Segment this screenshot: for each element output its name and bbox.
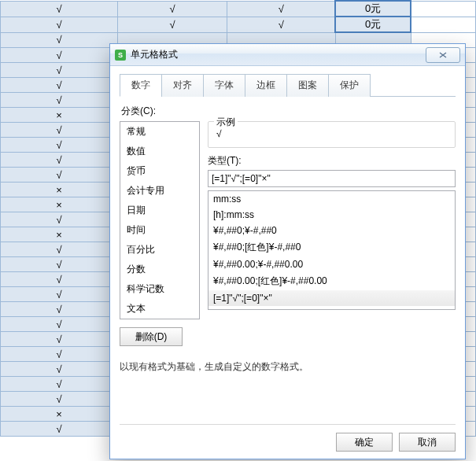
cell[interactable]: √ <box>1 1 118 17</box>
category-item[interactable]: 文本 <box>120 299 199 319</box>
ok-button[interactable]: 确定 <box>336 433 393 452</box>
cell[interactable]: √ <box>1 78 118 93</box>
cell[interactable] <box>411 17 475 32</box>
format-list[interactable]: mm:ss[h]:mm:ss¥#,##0;¥-#,##0¥#,##0;[红色]¥… <box>208 190 456 310</box>
tab-保护[interactable]: 保护 <box>328 74 371 97</box>
format-item[interactable]: [h]:mm:ss <box>208 207 455 223</box>
tab-边框[interactable]: 边框 <box>245 74 287 97</box>
cell[interactable]: √ <box>1 317 118 332</box>
format-item[interactable]: ¥#,##0.00;¥-#,##0.00 <box>208 256 455 272</box>
hint-text: 以现有格式为基础，生成自定义的数字格式。 <box>120 360 456 374</box>
tab-字体[interactable]: 字体 <box>203 74 245 97</box>
cell[interactable]: √ <box>1 257 118 272</box>
close-icon <box>439 52 447 58</box>
cell[interactable]: √ <box>1 377 118 392</box>
category-item[interactable]: 时间 <box>120 220 199 240</box>
cell[interactable]: √ <box>1 362 118 377</box>
cell[interactable]: √ <box>1 17 118 32</box>
format-item[interactable]: [=1]"√";[=0]"×" <box>208 290 455 306</box>
format-item[interactable]: mm:ss <box>208 191 455 207</box>
category-label: 分类(C): <box>121 105 456 118</box>
tab-对齐[interactable]: 对齐 <box>161 74 204 97</box>
category-item[interactable]: 货币 <box>120 161 199 181</box>
cell[interactable]: √ <box>1 302 118 317</box>
cell[interactable]: √ <box>1 242 118 257</box>
sample-group: 示例 √ <box>208 121 456 148</box>
cancel-button[interactable]: 取消 <box>399 433 456 452</box>
cell[interactable]: √ <box>1 347 118 362</box>
cell[interactable] <box>411 1 475 17</box>
cell[interactable]: √ <box>227 17 336 32</box>
cell[interactable]: × <box>1 227 118 242</box>
dialog-title: 单元格格式 <box>131 48 178 61</box>
category-item[interactable]: 日期 <box>120 201 199 220</box>
delete-button[interactable]: 删除(D) <box>120 327 183 346</box>
format-item[interactable]: ¥#,##0.00;[红色]¥-#,##0.00 <box>208 272 455 290</box>
cell[interactable]: √ <box>1 32 118 48</box>
cell-selected[interactable]: 0元 <box>335 1 411 17</box>
cell[interactable]: √ <box>1 212 118 227</box>
cell[interactable]: √ <box>1 93 118 108</box>
separator <box>120 424 456 425</box>
cell[interactable]: √ <box>118 1 227 17</box>
cell[interactable]: × <box>1 407 118 422</box>
category-list[interactable]: 常规数值货币会计专用日期时间百分比分数科学记数文本特殊自定义 <box>120 121 200 319</box>
category-item[interactable]: 特殊 <box>120 319 199 319</box>
category-item[interactable]: 会计专用 <box>120 181 199 201</box>
cell[interactable]: √ <box>1 332 118 347</box>
type-input[interactable] <box>208 170 456 187</box>
cell[interactable]: √ <box>1 123 118 138</box>
close-button[interactable] <box>426 47 460 63</box>
cell[interactable]: × <box>1 183 118 197</box>
cell[interactable]: √ <box>1 287 118 302</box>
sample-value: √ <box>216 128 447 139</box>
cell-selected[interactable]: 0元 <box>335 17 411 32</box>
cell[interactable]: √ <box>1 63 118 78</box>
tab-图案[interactable]: 图案 <box>286 74 329 97</box>
category-item[interactable]: 常规 <box>120 122 199 142</box>
format-item[interactable]: ¥#,##0;[红色]¥-#,##0 <box>208 238 455 256</box>
tab-数字[interactable]: 数字 <box>120 74 162 97</box>
app-icon: S <box>115 50 126 61</box>
dialog-tabs: 数字对齐字体边框图案保护 <box>120 73 456 97</box>
category-item[interactable]: 数值 <box>120 142 199 161</box>
type-label: 类型(T): <box>208 154 456 168</box>
category-item[interactable]: 科学记数 <box>120 279 199 299</box>
cell[interactable]: √ <box>1 422 118 437</box>
cell[interactable]: × <box>1 197 118 212</box>
cell-format-dialog: S 单元格格式 数字对齐字体边框图案保护 分类(C): 常规数值货币会计专用日期… <box>109 43 466 459</box>
cell[interactable]: √ <box>1 138 118 153</box>
format-item[interactable]: ¥#,##0;¥-#,##0 <box>208 223 455 238</box>
dialog-titlebar[interactable]: S 单元格格式 <box>110 44 465 66</box>
cell[interactable]: √ <box>1 392 118 407</box>
category-item[interactable]: 分数 <box>120 260 199 279</box>
cell[interactable]: √ <box>227 1 336 17</box>
category-item[interactable]: 百分比 <box>120 240 199 260</box>
cell[interactable]: √ <box>1 168 118 183</box>
cell[interactable]: √ <box>118 17 227 32</box>
cell[interactable]: √ <box>1 48 118 63</box>
cell[interactable]: √ <box>1 272 118 287</box>
cell[interactable]: × <box>1 108 118 123</box>
sample-label: 示例 <box>214 116 238 129</box>
cell[interactable]: √ <box>1 153 118 168</box>
